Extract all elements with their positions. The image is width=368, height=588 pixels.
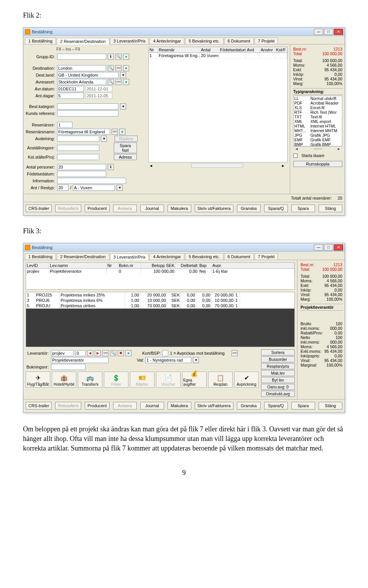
btn-stäng[interactable]: Stäng <box>319 402 342 409</box>
btn-stäng[interactable]: Stäng <box>319 205 342 212</box>
input-resenr[interactable]: 1 <box>57 122 72 128</box>
btn-byt-lev[interactable]: Byt lev <box>261 377 295 383</box>
dot-icon[interactable]: ● <box>123 54 129 60</box>
iconbtn-voucher[interactable]: 📄Voucher <box>156 372 181 388</box>
table-row[interactable]: 5PROJUProjektresa utrikes1,0070 000,00SE… <box>26 303 294 308</box>
input-gruppid[interactable] <box>57 54 106 60</box>
btn-skriv-ut-fakturera[interactable]: Skriv ut/Fakturera <box>195 402 233 409</box>
btn-crs-trailer[interactable]: CRS-trailer <box>26 205 52 212</box>
tab-anteckningar[interactable]: 4 Anteckningar <box>150 38 184 44</box>
input-antrestyp-n[interactable]: 20 <box>57 185 69 191</box>
tab-bevakning[interactable]: 5 Bevakning etc. <box>185 38 223 44</box>
btn-sortera[interactable]: Sortera <box>261 349 295 355</box>
tab-leverantor[interactable]: 3 Leverantör/Pris <box>110 38 149 44</box>
input-kortbsp[interactable] <box>162 350 168 356</box>
input-kst[interactable] <box>57 154 99 160</box>
input-destland[interactable]: GB - United Kingdom <box>57 72 118 78</box>
tab-projekt[interactable]: 7 Projekt <box>255 253 278 260</box>
btn-journal[interactable]: Journal <box>140 402 164 409</box>
list-item[interactable]: XLSExcel-fil <box>294 105 342 110</box>
list-item[interactable]: BMPGrafik BMP <box>294 142 342 146</box>
prev-icon[interactable]: ◄ <box>87 350 93 356</box>
list-item[interactable]: LLNormal utskrift <box>294 96 342 101</box>
btn-producent[interactable]: Producent <box>85 205 109 212</box>
table-row[interactable]: 1PROJ25Projektresa inrikes 25%1,0020 000… <box>26 292 294 298</box>
tab-bevakning[interactable]: 5 Bevakning etc. <box>185 253 223 260</box>
input-leverantor[interactable]: projlev <box>51 350 74 356</box>
tab-bestallning[interactable]: 1 Beställning <box>25 253 56 260</box>
table-row[interactable]: projlev Projektleverantor 0 100 000,00 0… <box>26 269 294 274</box>
btn-rebusair-x[interactable]: RebusAir/x <box>55 402 81 409</box>
btn-rumskoppla[interactable]: Rumskoppla <box>293 161 342 167</box>
input-resenamn[interactable]: Företagsresa till England <box>57 129 110 135</box>
tab-projekt[interactable]: 7 Projekt <box>255 38 278 44</box>
btn-granska[interactable]: Granska <box>237 402 261 409</box>
next-icon[interactable]: ► <box>95 350 101 356</box>
scroll-left-icon[interactable]: ◄ <box>149 164 153 168</box>
btn-spara-q[interactable]: Spara/Q <box>264 402 288 409</box>
input-antpers[interactable]: 20 <box>57 164 106 170</box>
input-val[interactable]: 1 - Nyregistrera rad <box>145 357 191 363</box>
input-dest[interactable]: London <box>57 65 106 71</box>
close-button[interactable]: ✕ <box>334 244 343 251</box>
btn-spara[interactable]: Spara <box>291 402 315 409</box>
btn-resplan-pris[interactable]: Resplan/pris <box>261 363 295 369</box>
input-anstnr[interactable] <box>57 145 99 151</box>
list-item[interactable]: XMLXML-export <box>294 119 342 124</box>
binoculars-icon[interactable]: 👓 <box>232 350 238 356</box>
binoculars-icon[interactable]: 🔍 <box>115 54 122 60</box>
dot-icon[interactable]: ● <box>123 79 129 85</box>
tab-bestallning[interactable]: 1 Beställning <box>25 38 56 44</box>
iconbtn-egna-avgifter[interactable]: 💰Egna avgifter <box>182 372 207 388</box>
btn-rebusair-x[interactable]: RebusAir/x <box>55 205 81 212</box>
typ-listbox[interactable]: LLNormal utskriftPDFAcrobat ReaderXLSExc… <box>293 96 342 146</box>
tab-leverantor[interactable]: 3 Leverantör/Pris <box>110 254 149 260</box>
iconbtn-priser[interactable]: 💲Priser <box>104 372 128 388</box>
delete-icon[interactable]: ✖ <box>118 350 124 356</box>
list-item[interactable]: RTFRich Text (Wor <box>294 110 342 115</box>
btn-mak-lev[interactable]: Mak.lev <box>261 370 295 376</box>
iconbtn-biljetter[interactable]: 🎫Biljetter <box>130 372 154 388</box>
list-item[interactable]: MHT...Internet MHTM <box>294 128 342 133</box>
input-lev-num[interactable]: 0 <box>76 350 85 356</box>
input-avreseort[interactable]: Stockholm Arlanda <box>57 79 106 85</box>
btn-producent[interactable]: Producent <box>85 402 109 409</box>
table-row[interactable]: 3PROJ6Projektresa inrikes 6%1,0010 000,0… <box>26 298 294 303</box>
btn-journal[interactable]: Journal <box>140 205 164 212</box>
tab-resenarer[interactable]: 2 Resenärer/Destination <box>57 253 109 260</box>
dot-icon[interactable]: ● <box>119 129 125 135</box>
btn-spara[interactable]: Spara <box>291 205 315 212</box>
input-bokn[interactable] <box>51 364 85 370</box>
btn-skriv-ut-fakturera[interactable]: Skriv ut/Fakturera <box>195 205 233 212</box>
minimize-button[interactable]: — <box>314 244 323 251</box>
search-icon[interactable]: 🔍 <box>108 65 114 71</box>
input-avd[interactable] <box>57 136 99 142</box>
dropdown-icon[interactable]: ▾ <box>120 72 126 78</box>
iconbtn-resplan[interactable]: 📋Resplan <box>208 372 233 388</box>
btn-makulera[interactable]: Makulera <box>168 205 191 212</box>
info-icon[interactable]: ℹ <box>108 164 114 170</box>
tab-resenarer[interactable]: 2 Resenärer/Destination <box>57 38 109 44</box>
btn-makulera[interactable]: Makulera <box>168 402 191 409</box>
scroll-right-icon[interactable]: ► <box>281 164 285 168</box>
minimize-button[interactable]: — <box>314 29 323 35</box>
dot-icon[interactable]: ● <box>123 65 129 71</box>
btn-bussorder[interactable]: Bussorder <box>261 356 295 362</box>
binoculars-icon[interactable]: 👓 <box>115 79 122 85</box>
list-item[interactable]: TXTText-fil <box>294 115 342 119</box>
input-avrdatum[interactable]: 01DEC11 <box>57 86 84 92</box>
binoculars-icon[interactable]: 👓 <box>102 350 108 356</box>
search-icon[interactable]: 🔍 <box>110 350 116 356</box>
table-row[interactable]: 1 Företagsresa till Eng... 20 Vuxen <box>149 53 287 59</box>
input-info[interactable] <box>57 178 126 184</box>
btn-adress[interactable]: Adress <box>114 154 137 160</box>
dropdown-icon[interactable]: ▾ <box>120 103 126 110</box>
btn-radera[interactable]: Radera <box>115 136 138 142</box>
btn-avisera[interactable]: Avisera <box>113 402 137 409</box>
iconbtn-transfer-x[interactable]: 🚌Transfer/x <box>78 372 102 388</box>
maximize-button[interactable]: □ <box>324 244 333 251</box>
starta-checkbox[interactable] <box>293 154 297 158</box>
close-button[interactable]: ✕ <box>334 29 343 35</box>
binoculars-icon[interactable]: 👓 <box>115 65 122 71</box>
btn-spara-q[interactable]: Spara/Q <box>264 205 288 212</box>
